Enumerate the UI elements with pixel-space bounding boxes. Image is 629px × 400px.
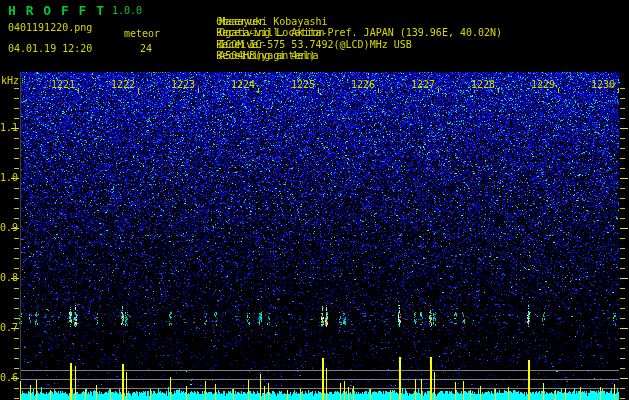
timestamp: 04.01.19 12:20 bbox=[8, 43, 92, 54]
freq-axis-label: 1.1 bbox=[0, 122, 16, 133]
info-value: ICOM IC-575 53.7492(@LCD)MHz USB bbox=[219, 39, 412, 50]
hrofft-window: H R O F F T 1.0.0 0401191220.png meteor … bbox=[0, 0, 629, 400]
info-row-antenna: Receiving antenna:A504HB(yagi 4el) bbox=[180, 39, 216, 72]
observation-mode: meteor bbox=[124, 28, 160, 39]
app-title: H R O F F T bbox=[8, 3, 105, 18]
time-axis-label: 1229 bbox=[530, 79, 555, 90]
time-axis-label: 1226 bbox=[350, 79, 375, 90]
time-axis-label: 1230 bbox=[590, 79, 615, 90]
time-axis-label: 1227 bbox=[410, 79, 435, 90]
info-value: A504HB(yagi 4el) bbox=[219, 50, 315, 61]
output-filename: 0401191220.png bbox=[8, 22, 92, 33]
info-value: Ogata-vill. Akita-Pref. JAPAN (139.96E, … bbox=[219, 27, 502, 38]
time-axis-label: 1224 bbox=[230, 79, 255, 90]
time-axis-label: 1228 bbox=[470, 79, 495, 90]
freq-axis-label: 0.8 bbox=[0, 272, 16, 283]
info-value: Masayuki Kobayashi bbox=[219, 16, 327, 27]
time-axis-label: 1221 bbox=[50, 79, 75, 90]
app-version: 1.0.0 bbox=[112, 5, 142, 16]
freq-axis-label: 0.6 bbox=[0, 372, 16, 383]
echo-count: 24 bbox=[128, 43, 152, 54]
header: H R O F F T 1.0.0 0401191220.png meteor … bbox=[0, 0, 629, 66]
time-axis-label: 1222 bbox=[110, 79, 135, 90]
freq-axis-label: 0.7 bbox=[0, 322, 16, 333]
khz-unit-label: kHz bbox=[1, 75, 19, 86]
freq-axis-label: 1.0 bbox=[0, 172, 16, 183]
freq-axis-label: 0.9 bbox=[0, 222, 16, 233]
time-axis-label: 1223 bbox=[170, 79, 195, 90]
time-axis-label: 1225 bbox=[290, 79, 315, 90]
